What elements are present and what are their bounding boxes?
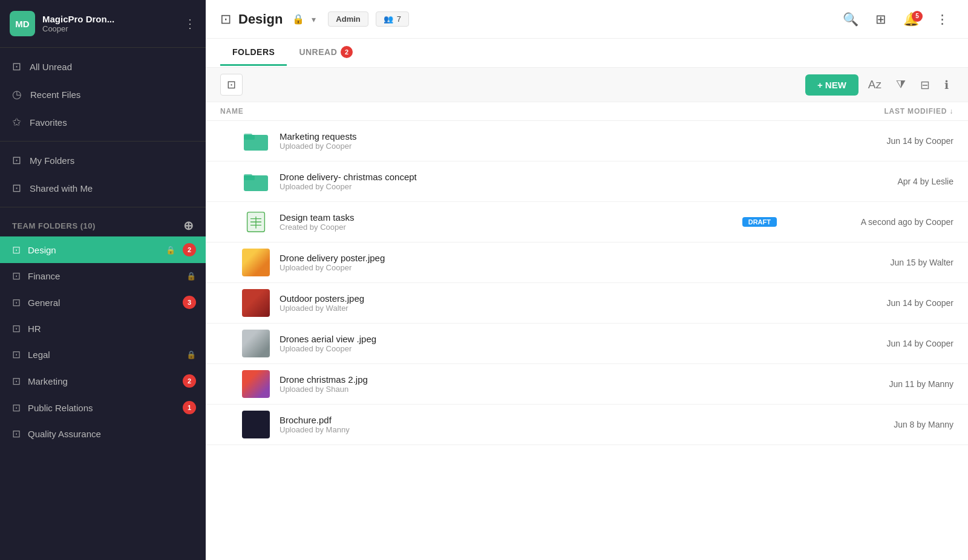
shared-label: Shared with Me [30, 183, 93, 194]
team-folder-icon: ⊡ [12, 244, 21, 256]
sidebar-nav: ⊡ All Unread ◷ Recent Files ✩ Favorites [0, 53, 206, 136]
all-unread-icon: ⊡ [12, 60, 21, 73]
add-team-folder-button[interactable]: ⊕ [183, 220, 194, 232]
team-folder-icon: ⊡ [12, 402, 21, 414]
file-modified: A second ago by Cooper [796, 217, 953, 227]
topbar-more-icon[interactable]: ⋮ [931, 10, 953, 29]
file-name: Brochure.pdf [280, 415, 786, 425]
user-name: Cooper [42, 24, 177, 33]
sidebar-item-design[interactable]: ⊡ Design 🔒 2 [0, 236, 206, 263]
file-rows: Marketing requests Uploaded by Cooper Ju… [206, 121, 968, 445]
file-sub: Uploaded by Cooper [280, 263, 786, 272]
recent-files-label: Recent Files [30, 90, 80, 100]
shared-icon: ⊡ [12, 181, 21, 195]
file-info: Drone delivery- christmas concept Upload… [280, 172, 786, 191]
team-item-label: Design [28, 245, 159, 255]
all-unread-label: All Unread [30, 62, 72, 72]
members-icon: 👥 [384, 15, 393, 24]
sidebar-item-recent-files[interactable]: ◷ Recent Files [0, 80, 206, 108]
my-folders-label: My Folders [30, 155, 74, 166]
file-modified: Apr 4 by Leslie [796, 177, 953, 186]
info-icon[interactable]: ℹ [940, 76, 953, 94]
image-thumb [242, 289, 270, 317]
unread-badge: 3 [183, 296, 196, 309]
toolbar: ⊡ + NEW Az ⧩ ⊟ ℹ [206, 68, 968, 102]
members-button[interactable]: 👥 7 [376, 11, 409, 27]
sidebar-item-public-relations[interactable]: ⊡ Public Relations 1 [0, 394, 206, 421]
unread-badge: 1 [183, 401, 196, 414]
file-modified: Jun 8 by Manny [796, 420, 953, 429]
filter-icon[interactable]: ⧩ [891, 76, 911, 94]
sort-icon[interactable]: Az [863, 76, 886, 94]
file-name: Drone delivery poster.jpeg [280, 253, 786, 263]
file-sub: Uploaded by Manny [280, 425, 786, 434]
folder-nav-icon[interactable]: ⊡ [220, 74, 243, 96]
sidebar-item-hr[interactable]: ⊡ HR [0, 316, 206, 342]
sidebar-item-all-unread[interactable]: ⊡ All Unread [0, 53, 206, 80]
team-item-label: Legal [28, 350, 179, 360]
topbar-chevron-icon[interactable]: ▾ [312, 15, 316, 24]
search-icon[interactable]: 🔍 [838, 10, 863, 29]
members-count: 7 [397, 15, 401, 24]
team-item-label: General [28, 298, 175, 308]
file-name: Drone christmas 2.jpg [280, 374, 786, 385]
image-thumb [242, 411, 270, 438]
file-row[interactable]: Outdoor posters.jpeg Uploaded by Walter … [206, 283, 968, 324]
view-icon[interactable]: ⊟ [915, 76, 935, 94]
grid-icon[interactable]: ⊞ [871, 10, 891, 29]
new-button[interactable]: + NEW [805, 74, 858, 96]
team-folder-icon: ⊡ [12, 375, 21, 388]
tab-badge: 2 [341, 46, 353, 58]
folder-thumb [242, 127, 270, 155]
sidebar-item-general[interactable]: ⊡ General 3 [0, 289, 206, 316]
sidebar-item-quality-assurance[interactable]: ⊡ Quality Assurance [0, 421, 206, 447]
file-name: Outdoor posters.jpeg [280, 293, 786, 304]
file-list-header: NAME LAST MODIFIED ↓ [206, 102, 968, 121]
sidebar-item-finance[interactable]: ⊡ Finance 🔒 [0, 263, 206, 289]
sidebar-item-my-folders[interactable]: ⊡ My Folders [0, 146, 206, 174]
draft-badge: DRAFT [742, 217, 777, 227]
sidebar-item-marketing[interactable]: ⊡ Marketing 2 [0, 368, 206, 394]
tab-unread[interactable]: UNREAD 2 [287, 39, 365, 67]
file-modified: Jun 14 by Cooper [796, 339, 953, 348]
team-folder-icon: ⊡ [12, 270, 21, 282]
file-row[interactable]: Drones aerial view .jpeg Uploaded by Coo… [206, 324, 968, 364]
file-row[interactable]: Brochure.pdf Uploaded by Manny Jun 8 by … [206, 405, 968, 445]
file-modified: Jun 14 by Cooper [796, 298, 953, 308]
file-list: NAME LAST MODIFIED ↓ Marketing requests … [206, 102, 968, 560]
file-info: Marketing requests Uploaded by Cooper [280, 131, 786, 151]
file-row[interactable]: Design team tasks Created by Cooper DRAF… [206, 202, 968, 243]
tab-folders[interactable]: FOLDERS [220, 40, 287, 66]
tab-label: UNREAD [299, 47, 337, 57]
file-row[interactable]: Drone delivery- christmas concept Upload… [206, 161, 968, 202]
file-sub: Uploaded by Cooper [280, 344, 786, 353]
file-modified: Jun 14 by Cooper [796, 136, 953, 146]
file-sub: Created by Cooper [280, 223, 733, 232]
sidebar-more-icon[interactable]: ⋮ [184, 16, 196, 31]
sidebar-item-shared[interactable]: ⊡ Shared with Me [0, 174, 206, 202]
file-info: Brochure.pdf Uploaded by Manny [280, 415, 786, 434]
col-modified-header[interactable]: LAST MODIFIED ↓ [796, 107, 953, 116]
col-name-header: NAME [220, 107, 796, 116]
sidebar-item-favorites[interactable]: ✩ Favorites [0, 108, 206, 136]
file-name: Marketing requests [280, 131, 786, 142]
file-modified: Jun 15 by Walter [796, 258, 953, 267]
favorites-label: Favorites [30, 117, 67, 128]
sidebar-item-legal[interactable]: ⊡ Legal 🔒 [0, 342, 206, 368]
admin-badge[interactable]: Admin [328, 11, 368, 27]
avatar: MD [10, 11, 35, 36]
file-sub: Uploaded by Cooper [280, 142, 786, 151]
file-info: Drone delivery poster.jpeg Uploaded by C… [280, 253, 786, 272]
org-info: MagicPro Dron... Cooper [42, 14, 177, 33]
team-item-label: Marketing [28, 376, 175, 386]
team-folders-list: ⊡ Design 🔒 2 ⊡ Finance 🔒 ⊡ General 3 ⊡ H… [0, 236, 206, 447]
image-thumb [242, 249, 270, 276]
recent-files-icon: ◷ [12, 88, 22, 101]
file-row[interactable]: Drone delivery poster.jpeg Uploaded by C… [206, 243, 968, 283]
topbar: ⊡ Design 🔒 ▾ Admin 👥 7 🔍 ⊞ 🔔 5 ⋮ [206, 0, 968, 39]
file-row[interactable]: Marketing requests Uploaded by Cooper Ju… [206, 121, 968, 161]
topbar-folder-icon: ⊡ [220, 11, 231, 27]
bell-wrap: 🔔 5 [898, 12, 924, 27]
file-row[interactable]: Drone christmas 2.jpg Uploaded by Shaun … [206, 364, 968, 405]
lock-icon: 🔒 [186, 350, 196, 359]
